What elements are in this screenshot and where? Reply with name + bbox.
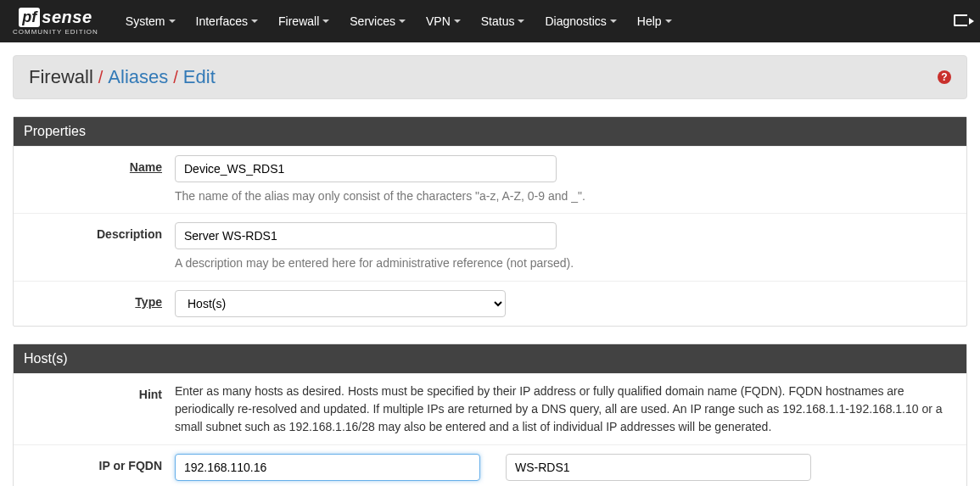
breadcrumb-aliases[interactable]: Aliases [108,66,168,88]
label-hint: Hint [14,383,175,436]
nav-vpn[interactable]: VPN [416,14,471,28]
nav-label: Diagnostics [545,14,606,28]
chevron-down-icon [518,20,524,23]
row-type: Type Host(s) [14,281,966,326]
nav-label: VPN [426,14,451,28]
chevron-down-icon [399,20,406,23]
nav-label: Interfaces [196,14,248,28]
description-input[interactable] [175,222,557,249]
breadcrumb-sep: / [98,68,104,87]
row-host-entry: IP or FQDN [14,444,966,486]
breadcrumb-root: Firewall [29,66,93,88]
logo[interactable]: pf sense COMMUNITY EDITION [13,8,98,36]
row-description: Description A description may be entered… [14,213,966,280]
nav-menu: System Interfaces Firewall Services VPN … [115,14,954,28]
chevron-down-icon [322,20,329,23]
name-help: The name of the alias may only consist o… [175,187,954,204]
label-ip-or-fqdn: IP or FQDN [14,454,175,481]
hint-text: Enter as many hosts as desired. Hosts mu… [175,383,954,436]
type-select[interactable]: Host(s) [175,290,506,317]
logout-icon [954,14,967,26]
logo-subtitle: COMMUNITY EDITION [13,28,98,36]
name-input[interactable] [175,155,557,182]
nav-firewall[interactable]: Firewall [268,14,339,28]
nav-label: System [126,14,165,28]
properties-panel: Properties Name The name of the alias ma… [13,116,967,327]
chevron-down-icon [169,20,176,23]
top-navbar: pf sense COMMUNITY EDITION System Interf… [0,0,980,42]
breadcrumb-edit[interactable]: Edit [183,66,216,88]
breadcrumb-sep: / [173,68,178,87]
nav-diagnostics[interactable]: Diagnostics [535,14,626,28]
nav-label: Status [481,14,515,28]
logo-sense: sense [42,8,92,27]
row-hint: Hint Enter as many hosts as desired. Hos… [14,373,966,444]
nav-label: Firewall [278,14,319,28]
chevron-down-icon [665,20,672,23]
chevron-down-icon [454,20,461,23]
host-description-input[interactable] [506,454,811,481]
nav-system[interactable]: System [115,14,186,28]
host-address-input[interactable] [175,454,480,481]
hosts-panel: Host(s) Hint Enter as many hosts as desi… [13,344,967,486]
row-name: Name The name of the alias may only cons… [14,146,966,213]
description-help: A description may be entered here for ad… [175,254,954,271]
nav-status[interactable]: Status [471,14,535,28]
logout-button[interactable] [954,13,967,31]
label-type: Type [14,290,175,317]
chevron-down-icon [251,20,258,23]
hosts-header: Host(s) [14,344,966,373]
nav-label: Services [350,14,395,28]
chevron-down-icon [610,20,617,23]
properties-header: Properties [14,117,966,146]
nav-services[interactable]: Services [339,14,416,28]
nav-label: Help [637,14,662,28]
label-name: Name [14,155,175,204]
help-icon[interactable]: ? [938,70,951,84]
nav-help[interactable]: Help [627,14,682,28]
label-description: Description [14,222,175,271]
logo-pf: pf [19,8,40,27]
breadcrumb: Firewall / Aliases / Edit ? [13,55,967,99]
nav-interfaces[interactable]: Interfaces [186,14,268,28]
